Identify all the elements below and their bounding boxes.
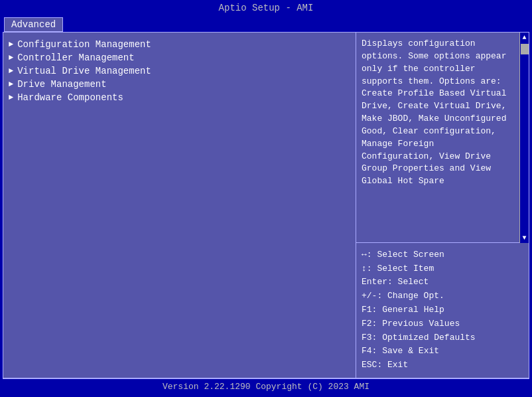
hotkey-f1: F1: General Help xyxy=(362,303,523,317)
scroll-down-button[interactable]: ▼ xyxy=(520,233,529,243)
arrow-icon: ► xyxy=(9,93,13,102)
scrollbar[interactable]: ▲ ▼ xyxy=(519,33,529,243)
title-bar: Aptio Setup - AMI xyxy=(0,0,532,16)
scroll-up-button[interactable]: ▲ xyxy=(520,33,529,42)
hotkey-select-item: ↕: Select Item xyxy=(362,262,523,276)
hotkey-action: Select Screen xyxy=(377,250,444,260)
hotkeys-area: ↔: Select Screen ↕: Select Item Enter: S… xyxy=(356,243,529,378)
hotkey-action: Select xyxy=(398,277,429,287)
hotkey-key: ↔: xyxy=(362,250,377,260)
arrow-icon: ► xyxy=(9,66,13,76)
menu-item-hardware[interactable]: ► Hardware Components xyxy=(6,91,353,104)
hotkey-f3: F3: Optimized Defaults xyxy=(362,331,523,345)
footer-text: Version 2.22.1290 Copyright (C) 2023 AMI xyxy=(163,382,369,392)
menu-item-virtual-drive[interactable]: ► Virtual Drive Management xyxy=(6,64,353,78)
hotkey-f2: F2: Previous Values xyxy=(362,317,523,331)
hotkey-action: Optimized Defaults xyxy=(382,333,475,343)
footer: Version 2.22.1290 Copyright (C) 2023 AMI xyxy=(3,378,529,394)
hotkey-key: F3: xyxy=(362,333,382,343)
hotkey-f4: F4: Save & Exit xyxy=(362,345,523,358)
hotkey-key: F4: xyxy=(362,346,382,356)
app-title: Aptio Setup - AMI xyxy=(219,3,314,13)
right-panel: Displays configuration options. Some opt… xyxy=(356,33,529,378)
hotkey-select-screen: ↔: Select Screen xyxy=(362,248,523,262)
hotkey-key: F1: xyxy=(362,305,382,315)
hotkey-key: +/-: xyxy=(362,291,387,301)
hotkey-action: Change Opt. xyxy=(387,291,444,301)
hotkey-enter: Enter: Select xyxy=(362,276,523,289)
hotkey-action: Save & Exit xyxy=(382,346,439,356)
description-wrapper: Displays configuration options. Some opt… xyxy=(356,33,529,243)
main-content: ► Configuration Management ► Controller … xyxy=(3,32,529,378)
menu-item-configuration[interactable]: ► Configuration Management xyxy=(6,38,353,51)
menu-item-controller[interactable]: ► Controller Management xyxy=(6,51,353,64)
hotkey-esc: ESC: Exit xyxy=(362,358,523,372)
left-panel: ► Configuration Management ► Controller … xyxy=(3,33,356,378)
hotkey-key: Enter: xyxy=(362,277,398,287)
hotkey-change-opt: +/-: Change Opt. xyxy=(362,289,523,303)
tab-row: Advanced xyxy=(0,16,532,32)
scroll-thumb[interactable] xyxy=(521,44,529,54)
arrow-icon: ► xyxy=(9,53,13,62)
arrow-icon: ► xyxy=(9,80,13,89)
hotkey-action: General Help xyxy=(382,305,444,315)
arrow-icon: ► xyxy=(9,40,13,49)
menu-item-drive[interactable]: ► Drive Management xyxy=(6,78,353,91)
hotkey-action: Exit xyxy=(387,360,408,370)
description-text: Displays configuration options. Some opt… xyxy=(356,33,519,243)
hotkey-key: ESC: xyxy=(362,360,387,370)
tab-advanced[interactable]: Advanced xyxy=(4,17,63,32)
hotkey-action: Previous Values xyxy=(382,319,460,329)
hotkey-key: F2: xyxy=(362,319,382,329)
hotkey-key: ↕: xyxy=(362,264,377,274)
hotkey-action: Select Item xyxy=(377,264,434,274)
